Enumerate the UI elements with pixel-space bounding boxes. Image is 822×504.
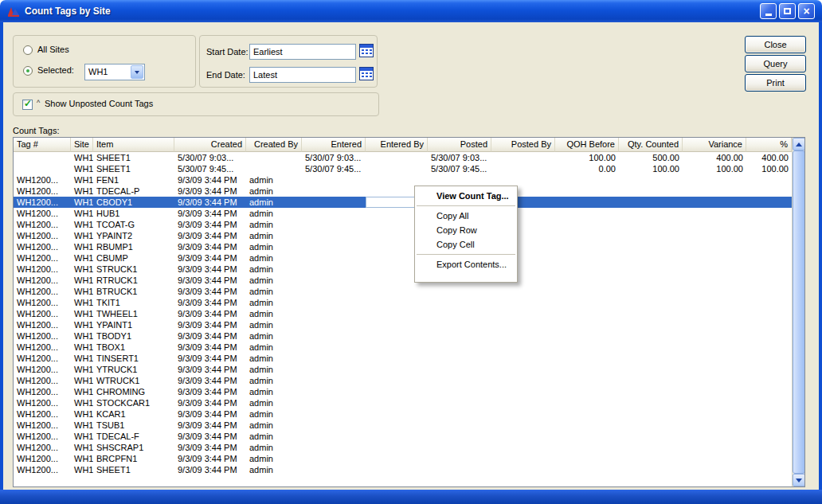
column-header[interactable]: Posted By [491, 138, 555, 152]
table-row[interactable]: WH1200...WH1YTRUCK19/3/09 3:44 PMadmin [14, 364, 792, 375]
all-sites-radio[interactable] [23, 45, 33, 55]
restore-button[interactable] [779, 3, 796, 19]
column-header[interactable]: Item [93, 138, 174, 152]
cell [683, 197, 746, 208]
close-window-button[interactable]: × [798, 3, 815, 19]
table-row[interactable]: WH1200...WH1CBUMP9/3/09 3:44 PMadmin [14, 252, 792, 264]
cell [366, 319, 428, 330]
print-button[interactable]: Print [745, 74, 806, 92]
cell: WTRUCK1 [93, 375, 174, 386]
table-row[interactable]: WH1200...WH1TWHEEL19/3/09 3:44 PMadmin [14, 308, 792, 319]
end-date-input[interactable]: Latest [249, 67, 356, 83]
selected-site-radio[interactable] [23, 66, 33, 76]
cell: admin [246, 408, 302, 420]
table-row[interactable]: WH1200...WH1TBODY19/3/09 3:44 PMadmin [14, 330, 792, 342]
column-header[interactable]: Tag # [14, 138, 71, 152]
close-button[interactable]: Close [745, 36, 806, 53]
column-header[interactable]: Qty. Counted [619, 138, 683, 152]
cell: admin [246, 174, 302, 186]
table-row[interactable]: WH1200...WH1SHSCRAP19/3/09 3:44 PMadmin [14, 442, 792, 453]
cell [491, 386, 555, 397]
end-date-calendar-icon[interactable] [359, 67, 374, 80]
cell: TSUB1 [93, 420, 174, 431]
cell: 9/3/09 3:44 PM [174, 364, 246, 375]
column-header[interactable]: QOH Before [555, 138, 619, 152]
minimize-button[interactable] [760, 3, 777, 19]
menu-item[interactable]: View Count Tag... [415, 189, 517, 203]
table-row[interactable]: WH1200...WH1CBODY19/3/09 3:44 PMadmin [14, 197, 792, 208]
column-header[interactable]: Site [71, 138, 93, 152]
table-row[interactable]: WH1SHEET15/30/07 9:03...5/30/07 9:03...5… [14, 152, 792, 163]
table-row[interactable]: WH1200...WH1BTRUCK19/3/09 3:44 PMadmin [14, 286, 792, 297]
table-row[interactable]: WH1200...WH1HUB19/3/09 3:44 PMadmin [14, 208, 792, 219]
table-row[interactable]: WH1200...WH1YPAINT19/3/09 3:44 PMadmin [14, 319, 792, 330]
start-date-calendar-icon[interactable] [359, 44, 374, 57]
cell: WH1 [71, 275, 93, 286]
all-sites-label: All Sites [37, 45, 69, 54]
cell [619, 252, 683, 264]
menu-item[interactable]: Copy Row [415, 223, 517, 237]
cell: 5/30/07 9:45... [174, 163, 246, 174]
cell: 9/3/09 3:44 PM [174, 408, 246, 420]
table-row[interactable]: WH1200...WH1TCOAT-G9/3/09 3:44 PMadmin [14, 219, 792, 230]
cell [555, 464, 619, 475]
column-header[interactable]: Entered By [366, 138, 428, 152]
cell [366, 364, 428, 375]
cell [619, 219, 683, 230]
table-row[interactable]: WH1200...WH1TINSERT19/3/09 3:44 PMadmin [14, 353, 792, 364]
cell: admin [246, 208, 302, 219]
table-row[interactable]: WH1200...WH1TDECAL-F9/3/09 3:44 PMadmin [14, 431, 792, 442]
table-row[interactable]: WH1200...WH1FEN19/3/09 3:44 PMadmin [14, 174, 792, 186]
cell: WH1200... [14, 230, 71, 241]
cell: WH1200... [14, 431, 71, 442]
cell [619, 186, 683, 197]
menu-item[interactable]: Copy All [415, 209, 517, 223]
scroll-down-button[interactable] [793, 474, 805, 486]
column-header[interactable]: Created [174, 138, 246, 152]
cell: WH1 [71, 208, 93, 219]
table-row[interactable]: WH1200...WH1TBOX19/3/09 3:44 PMadmin [14, 342, 792, 353]
table-row[interactable]: WH1200...WH1STOCKCAR19/3/09 3:44 PMadmin [14, 397, 792, 408]
table-row[interactable]: WH1200...WH1WTRUCK19/3/09 3:44 PMadmin [14, 375, 792, 386]
table-row[interactable]: WH1SHEET15/30/07 9:45...5/30/07 9:45...5… [14, 163, 792, 174]
column-header[interactable]: Entered [302, 138, 366, 152]
cell [555, 197, 619, 208]
table-row[interactable]: WH1200...WH1SHEET19/3/09 3:44 PMadmin [14, 464, 792, 475]
cell [683, 408, 746, 420]
cell [302, 208, 366, 219]
vertical-scrollbar[interactable] [792, 138, 804, 486]
cell: STRUCK1 [93, 264, 174, 275]
cell: WH1200... [14, 252, 71, 264]
table-row[interactable]: WH1200...WH1TSUB19/3/09 3:44 PMadmin [14, 420, 792, 431]
query-button[interactable]: Query [745, 55, 806, 72]
cell: WH1 [71, 442, 93, 453]
cell [555, 230, 619, 241]
table-row[interactable]: WH1200...WH1TKIT19/3/09 3:44 PMadmin [14, 297, 792, 308]
column-header[interactable]: Posted [428, 138, 491, 152]
column-header[interactable]: Created By [246, 138, 302, 152]
menu-item[interactable]: Copy Cell [415, 237, 517, 252]
start-date-input[interactable]: Earliest [249, 44, 356, 60]
site-combobox[interactable]: WH1 [84, 64, 145, 80]
scrollbar-thumb[interactable] [793, 150, 805, 474]
table-row[interactable]: WH1200...WH1STRUCK19/3/09 3:44 PMadmin [14, 264, 792, 275]
table-row[interactable]: WH1200...WH1BRCPFN19/3/09 3:44 PMadmin [14, 453, 792, 464]
show-unposted-checkbox[interactable]: ✓ [22, 100, 33, 110]
table-row[interactable]: WH1200...WH1RTRUCK19/3/09 3:44 PMadmin [14, 275, 792, 286]
table-row[interactable]: WH1200...WH1YPAINT29/3/09 3:44 PMadmin [14, 230, 792, 241]
menu-item[interactable]: Export Contents... [415, 257, 517, 272]
table-row[interactable]: WH1200...WH1RBUMP19/3/09 3:44 PMadmin [14, 241, 792, 252]
scroll-up-button[interactable] [793, 138, 805, 150]
cell: WH1200... [14, 397, 71, 408]
titlebar[interactable]: Count Tags by Site × [0, 0, 822, 22]
cell [746, 442, 792, 453]
site-combobox-dropdown-button[interactable] [131, 65, 143, 79]
table-row[interactable]: WH1200...WH1CHROMING9/3/09 3:44 PMadmin [14, 386, 792, 397]
column-header[interactable]: % [746, 138, 792, 152]
table-row[interactable]: WH1200...WH1TDECAL-P9/3/09 3:44 PMadmin [14, 186, 792, 197]
cell: 9/3/09 3:44 PM [174, 420, 246, 431]
cell [555, 453, 619, 464]
table-row[interactable]: WH1200...WH1KCAR19/3/09 3:44 PMadmin [14, 408, 792, 420]
column-header[interactable]: Variance [683, 138, 746, 152]
cell [619, 286, 683, 297]
